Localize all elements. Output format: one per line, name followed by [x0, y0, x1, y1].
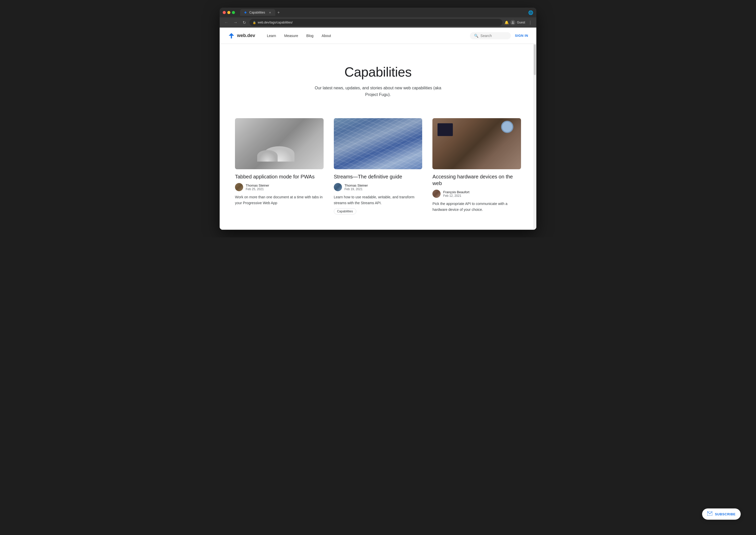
tab-close-icon[interactable]: ✕: [268, 11, 272, 14]
sign-in-button[interactable]: SIGN IN: [515, 34, 528, 38]
article-date-3: Feb 12, 2021: [443, 194, 469, 198]
svg-marker-0: [244, 11, 247, 14]
article-title-1: Tabbed application mode for PWAs: [235, 173, 324, 180]
nav-links: Learn Measure Blog About: [263, 32, 470, 40]
nav-learn[interactable]: Learn: [263, 32, 280, 40]
logo-icon: [228, 32, 235, 39]
maximize-button[interactable]: [232, 11, 235, 14]
article-date-2: Feb 19, 2021: [344, 187, 368, 191]
tab-favicon: [244, 11, 247, 14]
search-bar[interactable]: 🔍: [470, 32, 511, 39]
active-tab[interactable]: Capabilities ✕: [240, 9, 275, 16]
article-thumbnail-streams: [334, 118, 422, 169]
website-content: web.dev Learn Measure Blog About 🔍 SIGN …: [219, 28, 537, 230]
browser-toolbar: ← → ↻ 🔒 web.dev/tags/capabilities/ 🔔 Gue…: [219, 17, 537, 28]
window-controls: 🌐: [528, 10, 533, 15]
browser-profile[interactable]: 🔔 Guest: [505, 20, 525, 25]
article-card-2[interactable]: Streams—The definitive guide Thomas Stei…: [334, 118, 422, 214]
scrollbar-track[interactable]: [533, 44, 537, 230]
article-card-1[interactable]: Tabbed application mode for PWAs Thomas …: [235, 118, 324, 214]
nav-right: 🔍 SIGN IN: [470, 32, 528, 39]
nav-measure[interactable]: Measure: [281, 32, 302, 40]
article-description-1: Work on more than one document at a time…: [235, 194, 324, 206]
author-name-1: Thomas Steiner: [246, 183, 269, 187]
minimize-button[interactable]: [227, 11, 230, 14]
globe-icon: 🌐: [528, 11, 533, 15]
author-info-1: Thomas Steiner Feb 25, 2021: [246, 183, 269, 191]
author-info-3: François Beaufort Feb 12, 2021: [443, 190, 469, 198]
article-author-row-1: Thomas Steiner Feb 25, 2021: [235, 183, 324, 191]
article-image-3: [432, 118, 521, 169]
article-title-3: Accessing hardware devices on the web: [432, 173, 521, 186]
articles-section: Tabbed application mode for PWAs Thomas …: [219, 113, 537, 230]
browser-window: Capabilities ✕ + 🌐 ← → ↻ 🔒 web.dev/tags/…: [219, 8, 537, 230]
author-name-2: Thomas Steiner: [344, 183, 368, 187]
tab-bar: Capabilities ✕ +: [240, 9, 526, 16]
address-bar[interactable]: 🔒 web.dev/tags/capabilities/: [249, 19, 502, 26]
profile-avatar[interactable]: [510, 20, 515, 25]
author-avatar-1: [235, 183, 243, 191]
author-avatar-2: [334, 183, 342, 191]
forward-button[interactable]: →: [232, 19, 239, 26]
nav-blog[interactable]: Blog: [303, 32, 317, 40]
search-icon: 🔍: [474, 34, 479, 38]
new-tab-button[interactable]: +: [275, 10, 282, 15]
hero-subtitle: Our latest news, updates, and stories ab…: [314, 85, 442, 98]
article-author-row-2: Thomas Steiner Feb 19, 2021: [334, 183, 422, 191]
author-name-3: François Beaufort: [443, 190, 469, 194]
browser-menu-icon[interactable]: ⋮: [527, 19, 533, 26]
tab-title: Capabilities: [249, 11, 265, 14]
author-info-2: Thomas Steiner Feb 19, 2021: [344, 183, 368, 191]
back-button[interactable]: ←: [223, 19, 230, 26]
article-description-2: Learn how to use readable, writable, and…: [334, 194, 422, 206]
article-thumbnail-snow-domes: [235, 118, 324, 169]
article-card-3[interactable]: Accessing hardware devices on the web Fr…: [432, 118, 521, 214]
logo-text: web.dev: [237, 33, 255, 38]
svg-marker-2: [229, 33, 234, 38]
article-title-2: Streams—The definitive guide: [334, 173, 422, 180]
svg-point-1: [512, 21, 514, 22]
hero-section: Capabilities Our latest news, updates, a…: [219, 44, 537, 113]
close-button[interactable]: [223, 11, 226, 14]
profile-label: Guest: [517, 21, 525, 24]
scrollbar-thumb[interactable]: [534, 44, 536, 75]
nav-about[interactable]: About: [318, 32, 334, 40]
article-image-2: [334, 118, 422, 169]
articles-grid: Tabbed application mode for PWAs Thomas …: [235, 118, 521, 214]
reload-button[interactable]: ↻: [241, 19, 247, 26]
site-nav: web.dev Learn Measure Blog About 🔍 SIGN …: [219, 28, 537, 44]
hero-title: Capabilities: [228, 64, 528, 80]
lock-icon: 🔒: [252, 21, 256, 24]
url-text: web.dev/tags/capabilities/: [258, 21, 293, 24]
article-thumbnail-workspace: [432, 118, 521, 169]
notification-icon: 🔔: [505, 20, 509, 24]
article-description-3: Pick the appropriate API to communicate …: [432, 201, 521, 212]
article-image-1: [235, 118, 324, 169]
traffic-lights: [223, 11, 235, 14]
article-author-row-3: François Beaufort Feb 12, 2021: [432, 190, 521, 198]
article-tag-capabilities[interactable]: Capabilities: [334, 208, 356, 214]
search-input[interactable]: [480, 34, 507, 38]
site-logo[interactable]: web.dev: [228, 32, 255, 39]
author-avatar-3: [432, 190, 441, 198]
browser-titlebar: Capabilities ✕ + 🌐: [219, 8, 537, 17]
article-date-1: Feb 25, 2021: [246, 187, 269, 191]
